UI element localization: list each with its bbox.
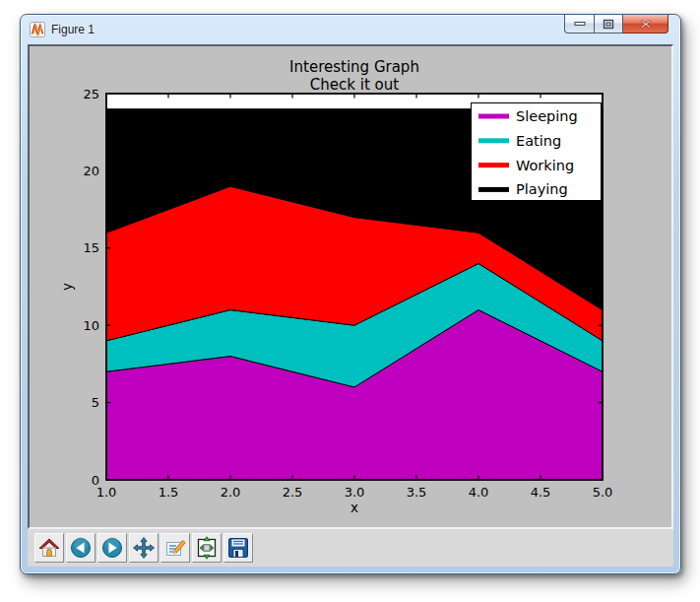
canvas-frame: 1.01.52.02.53.03.54.04.55.00510152025Sle… (28, 44, 673, 529)
x-tick-label: 3.5 (407, 485, 427, 500)
chart-title: Interesting Graph (289, 58, 419, 76)
back-button[interactable] (66, 533, 95, 563)
zoom-to-rect-button[interactable] (160, 533, 190, 563)
matplotlib-icon (30, 22, 45, 37)
titlebar[interactable]: Figure 1 (21, 15, 680, 44)
x-axis-label: x (350, 500, 358, 515)
y-tick-label: 0 (92, 473, 99, 488)
x-tick-label: 5.0 (593, 485, 613, 500)
x-tick-label: 2.0 (221, 485, 241, 500)
chart-subtitle: Check it out (310, 76, 399, 94)
x-tick-label: 1.5 (159, 485, 179, 500)
configure-subplots-button[interactable] (192, 533, 222, 563)
home-button[interactable] (34, 533, 64, 563)
window-controls (564, 15, 668, 33)
maximize-button[interactable] (594, 15, 623, 33)
figure-canvas[interactable]: 1.01.52.02.53.03.54.04.55.00510152025Sle… (30, 46, 671, 527)
forward-arrow-icon (100, 536, 124, 560)
x-tick-label: 3.0 (345, 485, 365, 500)
legend: SleepingEatingWorkingPlaying (472, 103, 602, 201)
maximize-icon (603, 19, 614, 30)
home-icon (37, 536, 61, 560)
minimize-icon (574, 21, 586, 27)
legend-label: Working (516, 158, 574, 173)
configure-subplots-icon (195, 536, 219, 560)
y-tick-label: 5 (92, 395, 99, 410)
y-tick-label: 20 (83, 164, 99, 178)
window-title: Figure 1 (51, 23, 95, 36)
x-tick-label: 2.5 (283, 485, 303, 500)
zoom-to-rect-icon (163, 536, 187, 560)
save-button[interactable] (223, 533, 253, 563)
pan-icon (132, 536, 156, 560)
plot-group: 1.01.52.02.53.03.54.04.55.00510152025Sle… (83, 87, 612, 501)
legend-label: Sleeping (516, 108, 578, 124)
back-arrow-icon (69, 536, 93, 560)
desktop-background: Figure 1 (0, 0, 700, 602)
figure-window: Figure 1 (20, 14, 681, 574)
plot-toolbar (28, 529, 673, 567)
y-tick-label: 25 (83, 87, 99, 101)
chart-svg: 1.01.52.02.53.03.54.04.55.00510152025Sle… (30, 46, 671, 527)
close-button[interactable] (623, 15, 668, 33)
legend-label: Eating (516, 133, 561, 149)
x-tick-label: 4.5 (531, 485, 551, 500)
forward-button[interactable] (97, 533, 127, 563)
legend-label: Playing (516, 181, 568, 197)
y-axis-label: y (59, 283, 75, 291)
minimize-button[interactable] (564, 15, 594, 33)
y-tick-label: 15 (83, 240, 99, 255)
pan-button[interactable] (129, 533, 159, 563)
y-tick-label: 10 (83, 318, 99, 333)
close-icon (640, 19, 652, 30)
save-icon (226, 536, 250, 560)
x-tick-label: 4.0 (469, 485, 489, 500)
